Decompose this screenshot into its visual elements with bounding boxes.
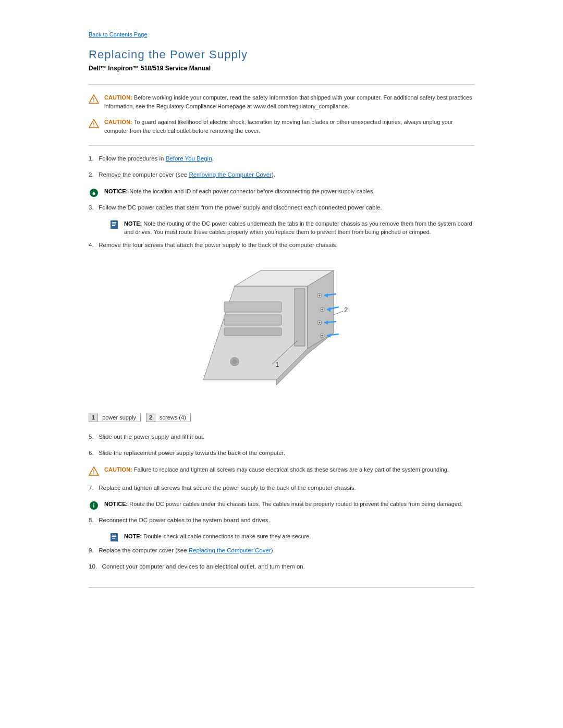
caution-text-1: CAUTION: Before working inside your comp…	[104, 93, 474, 110]
svg-rect-20	[295, 289, 305, 346]
step-2: 2. Remove the computer cover (see Removi…	[89, 170, 474, 179]
svg-text:2: 2	[344, 306, 348, 314]
svg-rect-10	[112, 225, 115, 226]
back-to-contents-link[interactable]: Back to Contents Page	[89, 31, 474, 38]
note-text-2: NOTE: Double-check all cable connections…	[124, 532, 311, 541]
svg-rect-17	[224, 328, 282, 336]
svg-rect-50	[112, 535, 116, 536]
cautions-section: ! CAUTION: Before working inside your co…	[89, 93, 474, 135]
page-title: Replacing the Power Supply	[89, 48, 474, 61]
caution-triangle-icon-2: !	[89, 118, 99, 129]
caption-label-1: power supply	[97, 413, 141, 422]
caution-block-2: ! CAUTION: To guard against likelihood o…	[89, 118, 474, 135]
step-5: 5. Slide out the power supply and lift i…	[89, 433, 474, 441]
step-4: 4. Remove the four screws that attach th…	[89, 241, 474, 250]
notice-block-2: i NOTICE: Route the DC power cables unde…	[89, 500, 474, 511]
step-6: 6. Slide the replacement power supply to…	[89, 449, 474, 458]
svg-point-19	[232, 359, 237, 364]
note-text-1: NOTE: Note the routing of the DC power c…	[124, 219, 474, 237]
computer-illustration: 1 2	[182, 260, 381, 406]
svg-text:!: !	[93, 470, 94, 475]
note-block-1: NOTE: Note the routing of the DC power c…	[109, 219, 474, 237]
svg-rect-51	[112, 536, 116, 537]
note-notepad-icon-2	[109, 533, 119, 542]
svg-line-44	[334, 311, 343, 315]
before-you-begin-link[interactable]: Before You Begin	[166, 155, 212, 162]
removing-computer-cover-link-1[interactable]: Removing the Computer Cover	[189, 171, 272, 178]
note-label-1: NOTE:	[124, 220, 142, 227]
note-notepad-icon-1	[109, 220, 119, 229]
svg-rect-52	[112, 538, 115, 539]
caption-label-2: screws (4)	[155, 413, 191, 422]
step-1: 1. Follow the procedures in Before You B…	[89, 154, 474, 163]
notice-text-2: NOTICE: Route the DC power cables under …	[104, 500, 462, 509]
middle-divider-1	[89, 145, 474, 146]
step-3: 3. Follow the DC power cables that stem …	[89, 203, 474, 212]
svg-text:1: 1	[275, 361, 279, 368]
step-7: 7. Replace and tighten all screws that s…	[89, 484, 474, 492]
caption-num-2: 2	[146, 413, 155, 422]
step-8: 8. Reconnect the DC power cables to the …	[89, 516, 474, 525]
notice-label-2: NOTICE:	[104, 501, 128, 507]
svg-text:i: i	[93, 502, 94, 509]
caution-triangle-icon-1: !	[89, 94, 99, 104]
svg-rect-49	[111, 533, 118, 541]
svg-text:i: i	[93, 190, 94, 196]
page-container: Back to Contents Page Replacing the Powe…	[47, 0, 516, 627]
replacing-computer-cover-link[interactable]: Replacing the Computer Cover	[189, 547, 271, 553]
notice-text-1: NOTICE: Note the location and ID of each…	[104, 187, 375, 196]
note-label-2: NOTE:	[124, 533, 142, 539]
caution-block-1: ! CAUTION: Before working inside your co…	[89, 93, 474, 110]
caption-num-1: 1	[89, 413, 97, 422]
svg-rect-7	[111, 220, 118, 229]
caution-label-1: CAUTION:	[104, 94, 132, 101]
svg-text:!: !	[93, 122, 94, 128]
svg-text:!: !	[93, 97, 94, 103]
caution-triangle-icon-3: !	[89, 466, 99, 476]
step-9: 9. Replace the computer cover (see Repla…	[89, 546, 474, 555]
top-divider	[89, 84, 474, 85]
svg-rect-9	[112, 224, 116, 225]
svg-rect-8	[112, 222, 116, 223]
caution-label-2: CAUTION:	[104, 119, 132, 125]
svg-rect-16	[224, 315, 282, 325]
figure-container: 1 2 1 power supply 2 screws (4)	[89, 260, 474, 422]
caption-separator	[141, 414, 146, 421]
caution-block-3: ! CAUTION: Failure to replace and tighte…	[89, 465, 474, 476]
figure-caption: 1 power supply 2 screws (4)	[89, 413, 474, 422]
notice-circle-icon-2: i	[89, 500, 99, 511]
caution-text-2: CAUTION: To guard against likelihood of …	[104, 118, 474, 135]
page-subtitle: Dell™ Inspiron™ 518/519 Service Manual	[89, 65, 474, 72]
svg-rect-15	[224, 302, 282, 312]
notice-circle-icon-1: ● i	[89, 188, 99, 198]
steps-section: 1. Follow the procedures in Before You B…	[89, 154, 474, 572]
caution-label-3: CAUTION:	[104, 466, 132, 473]
notice-block-1: ● i NOTICE: Note the location and ID of …	[89, 187, 474, 198]
bottom-divider	[89, 587, 474, 588]
caution-text-3: CAUTION: Failure to replace and tighten …	[104, 465, 449, 474]
note-block-2: NOTE: Double-check all cable connections…	[109, 532, 474, 542]
step-10: 10. Connect your computer and devices to…	[89, 562, 474, 571]
notice-label-1: NOTICE:	[104, 188, 128, 194]
